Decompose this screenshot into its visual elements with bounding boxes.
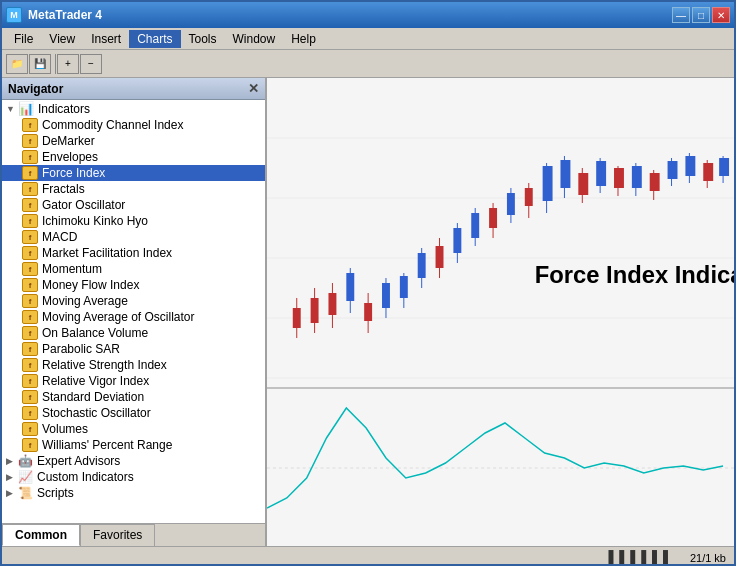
list-item[interactable]: f Ichimoku Kinko Hyo xyxy=(2,213,265,229)
navigator-title: Navigator xyxy=(8,82,63,96)
list-item[interactable]: f Stochastic Oscillator xyxy=(2,405,265,421)
svg-rect-26 xyxy=(453,228,461,253)
menu-window[interactable]: Window xyxy=(225,30,284,48)
indicator-icon: f xyxy=(22,438,38,452)
svg-rect-22 xyxy=(418,253,426,278)
list-item[interactable]: f MACD xyxy=(2,229,265,245)
list-item[interactable]: f Moving Average of Oscillator xyxy=(2,309,265,325)
list-item[interactable]: f Momentum xyxy=(2,261,265,277)
ea-expand-icon[interactable]: ▶ xyxy=(6,456,18,466)
indicator-label: Money Flow Index xyxy=(42,278,139,292)
indicator-label: Momentum xyxy=(42,262,102,276)
menu-file[interactable]: File xyxy=(6,30,41,48)
toolbar-btn-2[interactable]: 💾 xyxy=(29,54,51,74)
indicator-icon: f xyxy=(22,278,38,292)
indicators-label: Indicators xyxy=(38,102,90,116)
svg-rect-20 xyxy=(400,276,408,298)
indicator-label: Envelopes xyxy=(42,150,98,164)
navigator-panel: Navigator ✕ ▼ 📊 Indicators f Commodity C… xyxy=(2,78,267,546)
list-item[interactable]: f Gator Oscillator xyxy=(2,197,265,213)
indicator-icon: f xyxy=(22,358,38,372)
navigator-header: Navigator ✕ xyxy=(2,78,265,100)
menu-insert[interactable]: Insert xyxy=(83,30,129,48)
nav-scripts[interactable]: ▶ 📜 Scripts xyxy=(2,485,265,501)
indicator-label: Market Facilitation Index xyxy=(42,246,172,260)
svg-rect-50 xyxy=(668,161,678,179)
indicator-icon: f xyxy=(22,310,38,324)
list-item[interactable]: f Commodity Channel Index xyxy=(2,117,265,133)
menu-charts[interactable]: Charts xyxy=(129,30,180,48)
list-item[interactable]: f Williams' Percent Range xyxy=(2,437,265,453)
ci-expand-icon[interactable]: ▶ xyxy=(6,472,18,482)
maximize-button[interactable]: □ xyxy=(692,7,710,23)
list-item[interactable]: f On Balance Volume xyxy=(2,325,265,341)
svg-rect-32 xyxy=(507,193,515,215)
svg-rect-42 xyxy=(596,161,606,186)
indicator-label: Force Index xyxy=(42,166,105,180)
indicator-label: Ichimoku Kinko Hyo xyxy=(42,214,148,228)
indicator-label: Standard Deviation xyxy=(42,390,144,404)
navigator-content[interactable]: ▼ 📊 Indicators f Commodity Channel Index… xyxy=(2,100,265,523)
indicators-expand-icon[interactable]: ▼ xyxy=(6,104,18,114)
scripts-icon: 📜 xyxy=(18,486,33,500)
menu-help[interactable]: Help xyxy=(283,30,324,48)
scripts-expand-icon[interactable]: ▶ xyxy=(6,488,18,498)
ci-label: Custom Indicators xyxy=(37,470,134,484)
indicator-label: Volumes xyxy=(42,422,88,436)
minimize-button[interactable]: — xyxy=(672,7,690,23)
bar-count-icon: ▌▌▌▌▌▌ xyxy=(608,550,674,566)
indicator-icon: f xyxy=(22,294,38,308)
svg-rect-56 xyxy=(719,158,729,176)
status-bar: ▌▌▌▌▌▌ 21/1 kb xyxy=(2,546,734,566)
close-button[interactable]: ✕ xyxy=(712,7,730,23)
status-info: 21/1 kb xyxy=(690,552,726,564)
tab-favorites[interactable]: Favorites xyxy=(80,524,155,546)
indicator-icon: f xyxy=(22,118,38,132)
indicator-icon: f xyxy=(22,246,38,260)
indicator-label: Commodity Channel Index xyxy=(42,118,183,132)
svg-rect-12 xyxy=(328,293,336,315)
tab-common[interactable]: Common xyxy=(2,524,80,546)
indicator-label: MACD xyxy=(42,230,77,244)
indicator-icon: f xyxy=(22,214,38,228)
list-item[interactable]: f Standard Deviation xyxy=(2,389,265,405)
indicator-label: Fractals xyxy=(42,182,85,196)
list-item-force-index[interactable]: f Force Index xyxy=(2,165,265,181)
list-item[interactable]: f Relative Vigor Index xyxy=(2,373,265,389)
svg-rect-28 xyxy=(471,213,479,238)
toolbar-btn-4[interactable]: − xyxy=(80,54,102,74)
list-item[interactable]: f Money Flow Index xyxy=(2,277,265,293)
title-bar-text: MetaTrader 4 xyxy=(28,8,102,22)
navigator-tabs: Common Favorites xyxy=(2,523,265,546)
nav-custom-indicators[interactable]: ▶ 📈 Custom Indicators xyxy=(2,469,265,485)
navigator-close-button[interactable]: ✕ xyxy=(248,81,259,96)
indicator-icon: f xyxy=(22,230,38,244)
list-item[interactable]: f Fractals xyxy=(2,181,265,197)
menu-view[interactable]: View xyxy=(41,30,83,48)
list-item[interactable]: f Relative Strength Index xyxy=(2,357,265,373)
list-item[interactable]: f DeMarker xyxy=(2,133,265,149)
indicator-label: On Balance Volume xyxy=(42,326,148,340)
svg-rect-18 xyxy=(382,283,390,308)
indicator-icon: f xyxy=(22,166,38,180)
nav-expert-advisors[interactable]: ▶ 🤖 Expert Advisors xyxy=(2,453,265,469)
indicator-label: DeMarker xyxy=(42,134,95,148)
svg-rect-46 xyxy=(632,166,642,188)
main-layout: Navigator ✕ ▼ 📊 Indicators f Commodity C… xyxy=(2,78,734,546)
list-item[interactable]: f Moving Average xyxy=(2,293,265,309)
list-item[interactable]: f Market Facilitation Index xyxy=(2,245,265,261)
svg-rect-14 xyxy=(346,273,354,301)
indicator-icon: f xyxy=(22,150,38,164)
menu-tools[interactable]: Tools xyxy=(181,30,225,48)
list-item[interactable]: f Volumes xyxy=(2,421,265,437)
toolbar-btn-1[interactable]: 📁 xyxy=(6,54,28,74)
chart-area: Force Index Indicator xyxy=(267,78,734,546)
list-item[interactable]: f Envelopes xyxy=(2,149,265,165)
nav-indicators-section[interactable]: ▼ 📊 Indicators xyxy=(2,100,265,117)
list-item[interactable]: f Parabolic SAR xyxy=(2,341,265,357)
indicators-folder-icon: 📊 xyxy=(18,101,34,116)
toolbar-btn-3[interactable]: + xyxy=(57,54,79,74)
svg-rect-38 xyxy=(560,160,570,188)
indicator-icon: f xyxy=(22,390,38,404)
svg-rect-48 xyxy=(650,173,660,191)
